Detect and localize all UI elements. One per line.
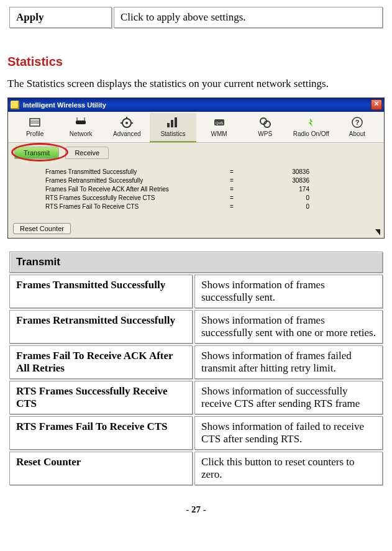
table-row: Frames Retransmitted Successfully Shows … <box>9 310 383 344</box>
def-desc: Shows information of frames failed trans… <box>194 345 383 379</box>
stat-row: Frames Retransmitted Successfully = 3083… <box>45 177 359 184</box>
stat-label: Frames Retransmitted Successfully <box>45 177 219 184</box>
toolbar-wmm[interactable]: QoS WMM <box>196 113 242 142</box>
toolbar-advanced[interactable]: Advanced <box>104 113 150 142</box>
svg-rect-0 <box>30 119 40 126</box>
apply-desc: Click to apply above settings. <box>114 7 383 28</box>
toolbar-radio[interactable]: Radio On/Off <box>288 113 334 142</box>
def-header-row: Transmit <box>9 252 383 273</box>
section-heading: Statistics <box>7 55 385 69</box>
table-row: RTS Frames Fail To Receive CTS Shows inf… <box>9 416 383 450</box>
toolbar-profile[interactable]: Profile <box>12 113 58 142</box>
apply-term: Apply <box>9 7 112 28</box>
toolbar-label: Profile <box>26 130 43 137</box>
toolbar-statistics[interactable]: Statistics <box>150 113 196 142</box>
definition-table: Transmit Frames Transmitted Successfully… <box>7 250 385 487</box>
subtab-transmit[interactable]: Transmit <box>14 147 59 159</box>
stats-block: Frames Transmitted Successfully = 30836 … <box>8 163 384 221</box>
stat-value: 0 <box>244 194 359 201</box>
stat-eq: = <box>219 203 244 210</box>
toolbar: Profile Network Advanced Statistics QoS … <box>8 112 384 143</box>
stat-row: Frames Transmitted Successfully = 30836 <box>45 168 359 175</box>
def-desc: Shows information of failed to receive C… <box>194 416 383 450</box>
svg-rect-3 <box>76 121 86 124</box>
def-desc: Shows information of frames successfully… <box>194 310 383 344</box>
statistics-icon <box>151 116 194 129</box>
svg-text:?: ? <box>355 119 360 126</box>
network-icon <box>59 116 103 129</box>
stat-label: RTS Frames Successfully Receive CTS <box>45 194 219 201</box>
apply-row: Apply Click to apply above settings. <box>9 7 383 28</box>
svg-rect-13 <box>171 120 173 127</box>
toolbar-wps[interactable]: WPS <box>242 113 288 142</box>
titlebar: Intelligent Wireless Utility × <box>8 98 384 112</box>
toolbar-label: About <box>349 130 365 137</box>
subtab-bar: Transmit Receive <box>8 143 384 163</box>
svg-text:QoS: QoS <box>216 121 223 125</box>
stat-eq: = <box>219 186 244 193</box>
lead-text: The Statistics screen displays the stati… <box>7 78 385 90</box>
svg-rect-12 <box>167 123 170 127</box>
subtab-receive[interactable]: Receive <box>65 147 109 159</box>
def-header: Transmit <box>9 252 383 273</box>
toolbar-label: WMM <box>211 130 227 137</box>
wps-icon <box>244 116 287 129</box>
toolbar-label: Advanced <box>113 130 140 137</box>
page-number: - 27 - <box>7 504 385 515</box>
toolbar-label: Network <box>70 130 93 137</box>
app-window: Intelligent Wireless Utility × Profile N… <box>7 98 385 239</box>
stat-row: RTS Frames Fail To Receive CTS = 0 <box>45 203 359 210</box>
stat-label: Frames Transmitted Successfully <box>45 168 219 175</box>
toolbar-label: Radio On/Off <box>293 130 329 137</box>
stat-label: Frames Fail To Receive ACK After All Ret… <box>45 186 219 193</box>
def-desc: Shows information of frames successfully… <box>194 275 383 308</box>
svg-rect-14 <box>175 117 177 127</box>
apply-table: Apply Click to apply above settings. <box>7 5 385 30</box>
toolbar-label: WPS <box>258 130 272 137</box>
svg-point-7 <box>125 122 128 124</box>
dropdown-arrow-icon[interactable] <box>375 229 380 235</box>
stat-row: RTS Frames Successfully Receive CTS = 0 <box>45 194 359 201</box>
window-title: Intelligent Wireless Utility <box>23 101 106 109</box>
close-button[interactable]: × <box>371 99 382 110</box>
profile-icon <box>13 116 57 129</box>
about-icon: ? <box>335 116 379 129</box>
radio-icon <box>289 116 333 129</box>
def-term: RTS Frames Successfully Receive CTS <box>9 381 193 414</box>
def-term: Reset Counter <box>9 452 193 485</box>
toolbar-label: Statistics <box>160 130 185 137</box>
stat-value: 30836 <box>244 177 359 184</box>
def-term: Frames Transmitted Successfully <box>9 275 193 308</box>
app-icon <box>11 101 19 109</box>
stat-value: 0 <box>244 203 359 210</box>
def-desc: Shows information of successfully receiv… <box>194 381 383 414</box>
stat-eq: = <box>219 194 244 201</box>
stat-row: Frames Fail To Receive ACK After All Ret… <box>45 186 359 193</box>
table-row: Frames Fail To Receive ACK After All Ret… <box>9 345 383 379</box>
advanced-icon <box>105 116 148 129</box>
wmm-icon: QoS <box>198 116 241 129</box>
table-row: Frames Transmitted Successfully Shows in… <box>9 275 383 308</box>
stat-value: 174 <box>244 186 359 193</box>
def-term: Frames Retransmitted Successfully <box>9 310 193 344</box>
def-term: RTS Frames Fail To Receive CTS <box>9 416 193 450</box>
stat-eq: = <box>219 177 244 184</box>
toolbar-about[interactable]: ? About <box>334 113 380 142</box>
def-desc: Click this button to reset counters to z… <box>194 452 383 485</box>
reset-counter-button[interactable]: Reset Counter <box>13 223 71 234</box>
def-term: Frames Fail To Receive ACK After All Ret… <box>9 345 193 379</box>
table-row: Reset Counter Click this button to reset… <box>9 452 383 485</box>
stat-eq: = <box>219 168 244 175</box>
stat-label: RTS Frames Fail To Receive CTS <box>45 203 219 210</box>
stat-value: 30836 <box>244 168 359 175</box>
table-row: RTS Frames Successfully Receive CTS Show… <box>9 381 383 414</box>
toolbar-network[interactable]: Network <box>58 113 104 142</box>
